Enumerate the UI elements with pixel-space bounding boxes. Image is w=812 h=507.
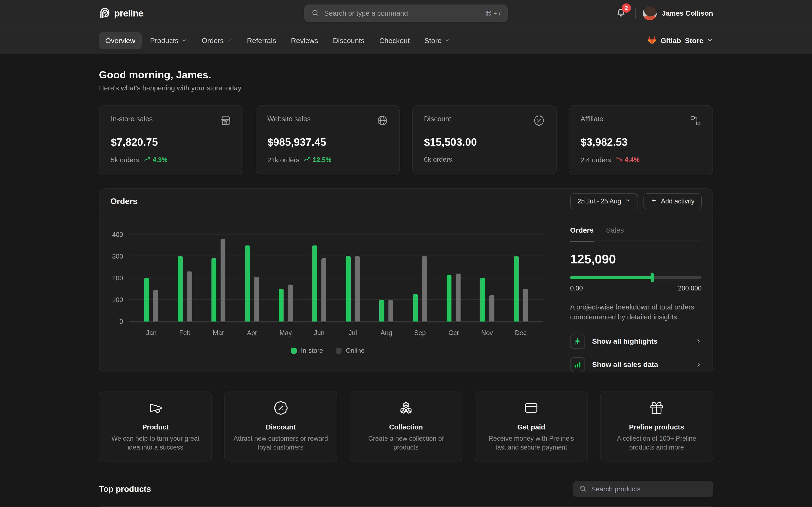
in-store-bar	[413, 294, 418, 322]
chevron-right-icon	[695, 361, 702, 368]
boxes-icon	[358, 400, 454, 415]
chevron-down-icon	[707, 37, 713, 44]
account-menu[interactable]: James Collison	[643, 6, 713, 20]
nav-label: Discounts	[333, 37, 364, 45]
x-tick-label: Jun	[314, 329, 324, 337]
orders-panel: Orders 25 Jul - 25 Aug Add activity 0100…	[99, 188, 713, 373]
online-bar	[187, 272, 192, 322]
bar-group-mar: Mar	[211, 234, 225, 322]
in-store-bar	[279, 289, 284, 322]
store-switcher[interactable]: Gitlab_Store	[647, 35, 713, 46]
nav-item-orders[interactable]: Orders	[195, 32, 239, 49]
online-bar	[220, 239, 225, 322]
nav-item-referrals[interactable]: Referrals	[241, 32, 283, 49]
chevron-down-icon	[625, 198, 631, 205]
orders-panel-title: Orders	[110, 197, 138, 206]
bar-group-apr: Apr	[245, 234, 259, 322]
stat-card-in-store-sales[interactable]: In-store sales $7,820.75 5k orders 4.3%	[99, 105, 243, 175]
link-label: Show all highlights	[592, 337, 658, 345]
nav-item-products[interactable]: Products	[144, 32, 193, 49]
gift-icon	[609, 400, 704, 415]
nav-label: Orders	[202, 37, 224, 45]
stat-cards: In-store sales $7,820.75 5k orders 4.3%	[99, 105, 713, 175]
online-bar	[355, 256, 360, 322]
stat-card-website-sales[interactable]: Website sales $985,937.45 21k orders 12.…	[256, 105, 400, 175]
top-products-title: Top products	[99, 485, 151, 494]
stat-card-affiliate[interactable]: Affiliate $3,982.53 2.4 orders 4.4%	[569, 105, 713, 175]
nav-item-store[interactable]: Store	[418, 32, 456, 49]
notification-badge: 2	[622, 3, 631, 13]
feature-card-discount[interactable]: Discount Attract new customers or reward…	[224, 391, 337, 462]
search-icon	[579, 485, 587, 493]
date-range-button[interactable]: 25 Jul - 25 Aug	[570, 193, 638, 209]
y-tick-label: 0	[110, 318, 123, 326]
global-search-input[interactable]	[324, 9, 480, 17]
show-all-sales-data-link[interactable]: Show all sales data	[570, 357, 702, 372]
nav-item-overview[interactable]: Overview	[99, 32, 142, 49]
tab-orders[interactable]: Orders	[570, 226, 594, 241]
tab-sales[interactable]: Sales	[606, 226, 624, 241]
online-bar	[389, 300, 393, 322]
feature-card-preline-products[interactable]: Preline products A collection of 100+ Pr…	[600, 391, 713, 462]
bar-group-feb: Feb	[178, 234, 192, 322]
orders-slider-fill	[570, 276, 652, 279]
feature-title: Preline products	[609, 423, 704, 431]
in-store-bar	[514, 256, 519, 322]
global-search[interactable]: ⌘ + /	[304, 4, 508, 22]
online-bar	[422, 256, 427, 322]
nav-label: Products	[150, 37, 179, 45]
orders-slider-thumb[interactable]	[651, 273, 654, 282]
legend-item-in-store: In-store	[291, 347, 323, 354]
bar-group-jul: Jul	[346, 234, 360, 322]
online-bar	[254, 277, 259, 322]
credit-card-icon	[484, 400, 579, 415]
feature-description: We can help to turn your great idea into…	[108, 434, 203, 452]
add-activity-label: Add activity	[661, 198, 695, 205]
search-icon	[311, 9, 319, 17]
stat-label: Affiliate	[581, 115, 604, 123]
bar-group-oct: Oct	[447, 234, 461, 322]
preline-logo-icon	[99, 7, 111, 20]
discount-badge-icon	[233, 400, 328, 415]
notifications-button[interactable]: 2	[614, 7, 628, 20]
feature-card-collection[interactable]: Collection Create a new collection of pr…	[350, 391, 462, 462]
affiliate-icon	[690, 115, 701, 128]
x-tick-label: Feb	[179, 329, 191, 337]
nav-label: Checkout	[379, 37, 410, 45]
online-swatch	[336, 348, 342, 354]
user-name: James Collison	[662, 9, 713, 17]
products-search[interactable]	[573, 481, 713, 497]
stat-orders: 6k orders	[424, 156, 452, 163]
in-store-bar	[211, 258, 216, 322]
greeting-section: Good morning, James. Here's what's happe…	[99, 69, 713, 92]
gitlab-icon	[647, 35, 657, 46]
bar-group-jun: Jun	[312, 234, 326, 322]
search-shortcut: ⌘ + /	[485, 10, 501, 17]
feature-card-get-paid[interactable]: Get paid Receive money with Preline's fa…	[475, 391, 588, 462]
nav-item-checkout[interactable]: Checkout	[373, 32, 416, 49]
add-activity-button[interactable]: Add activity	[644, 193, 702, 209]
x-tick-label: Jan	[146, 329, 156, 337]
in-store-bar	[447, 275, 451, 322]
show-all-highlights-link[interactable]: Show all highlights	[570, 334, 702, 349]
in-store-bar	[245, 245, 250, 322]
bar-group-dec: Dec	[514, 234, 528, 322]
chevron-right-icon	[695, 338, 702, 345]
globe-icon	[376, 115, 388, 128]
avatar[interactable]	[643, 6, 657, 20]
in-store-swatch	[291, 348, 297, 354]
store-icon	[220, 115, 232, 128]
nav-label: Referrals	[247, 37, 276, 45]
feature-card-product[interactable]: Product We can help to turn your great i…	[99, 391, 212, 462]
stat-card-discount[interactable]: Discount $15,503.00 6k orders	[412, 105, 557, 175]
orders-slider[interactable]	[570, 276, 702, 279]
products-search-input[interactable]	[591, 485, 707, 493]
preline-logo[interactable]: preline	[99, 7, 143, 20]
trend-down: 4.4%	[615, 156, 640, 164]
trend-up: 4.3%	[143, 156, 167, 164]
nav-item-discounts[interactable]: Discounts	[326, 32, 371, 49]
chart-bars: JanFebMarAprMayJunJulAugSepOctNovDec	[129, 234, 543, 322]
nav-item-reviews[interactable]: Reviews	[285, 32, 324, 49]
in-store-bar	[178, 256, 183, 322]
stat-amount: $7,820.75	[111, 136, 232, 148]
